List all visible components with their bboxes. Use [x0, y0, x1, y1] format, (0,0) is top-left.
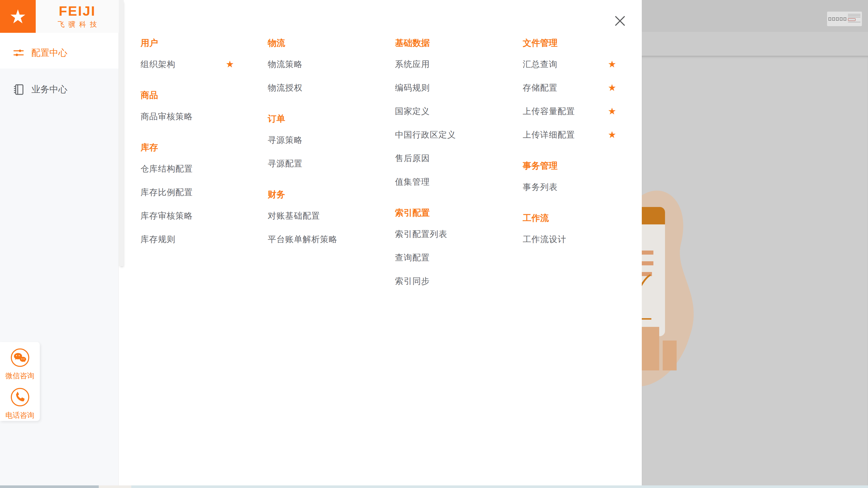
menu-item-label: 索引同步 [395, 275, 430, 287]
menu-section-title: 事务管理 [523, 160, 621, 171]
sidebar: ★ FEIJI 飞骥科技 配置中心业务中心 微信咨询 [0, 0, 119, 488]
background-mini-toolbar [827, 11, 862, 26]
menu-item-label: 售后原因 [395, 153, 430, 164]
menu-item[interactable]: 索引配置列表 [395, 228, 489, 240]
brand-logo: ★ FEIJI 飞骥科技 [0, 0, 119, 33]
wechat-icon [10, 348, 30, 367]
phone-icon [10, 387, 30, 407]
menu-section-title: 用户 [141, 37, 239, 49]
menu-section-title: 文件管理 [523, 37, 621, 49]
menu-section: 订单寻源策略寻源配置 [268, 113, 367, 169]
menu-item[interactable]: 库存规则 [141, 233, 234, 245]
menu-item[interactable]: 汇总查询★ [523, 58, 616, 70]
menu-section-title: 索引配置 [395, 207, 494, 219]
menu-section: 工作流工作流设计 [523, 212, 621, 245]
menu-item[interactable]: 上传详细配置★ [523, 129, 616, 140]
sidebar-item-sliders[interactable]: 配置中心 [0, 41, 119, 65]
logo-star-icon: ★ [0, 0, 36, 33]
menu-item[interactable]: 中国行政区定义 [395, 129, 489, 140]
menu-section: 财务对账基础配置平台账单解析策略 [268, 189, 367, 245]
menu-item-label: 库存审核策略 [141, 210, 193, 222]
menu-item[interactable]: 组织架构★ [141, 58, 234, 70]
menu-item[interactable]: 库存审核策略 [141, 210, 234, 222]
menu-section: 用户组织架构★ [141, 37, 239, 70]
menu-item[interactable]: 工作流设计 [523, 233, 616, 245]
mega-menu-panel: 用户组织架构★商品商品审核策略库存仓库结构配置库存比例配置库存审核策略库存规则物… [119, 0, 642, 488]
menu-item[interactable]: 平台账单解析策略 [268, 233, 361, 245]
menu-section-title: 商品 [141, 89, 239, 101]
menu-item[interactable]: 编码规则 [395, 82, 489, 94]
menu-item[interactable]: 商品审核策略 [141, 110, 234, 122]
menu-section: 基础数据系统应用编码规则国家定义中国行政区定义售后原因值集管理 [395, 37, 494, 188]
menu-item[interactable]: 对账基础配置 [268, 210, 361, 222]
menu-item-label: 查询配置 [395, 252, 430, 263]
menu-item-label: 国家定义 [395, 105, 430, 117]
sidebar-item-label: 配置中心 [31, 47, 67, 59]
menu-item[interactable]: 寻源配置 [268, 158, 361, 169]
menu-item-label: 对账基础配置 [268, 210, 320, 222]
menu-item-label: 事务列表 [523, 181, 558, 193]
menu-item[interactable]: 索引同步 [395, 275, 489, 287]
menu-item-label: 物流授权 [268, 82, 303, 94]
sidebar-item-label: 业务中心 [31, 83, 67, 96]
menu-item-label: 中国行政区定义 [395, 129, 456, 140]
menu-item[interactable]: 存储配置★ [523, 82, 616, 94]
menu-section-title: 库存 [141, 142, 239, 153]
wechat-consult-button[interactable]: 微信咨询 [0, 348, 40, 381]
menu-item-label: 索引配置列表 [395, 228, 447, 240]
favorite-star-icon[interactable]: ★ [608, 83, 616, 92]
menu-item[interactable]: 仓库结构配置 [141, 163, 234, 174]
menu-item-label: 物流策略 [268, 58, 303, 70]
menu-item[interactable]: 物流策略 [268, 58, 361, 70]
menu-item[interactable]: 系统应用 [395, 58, 489, 70]
menu-item[interactable]: 寻源策略 [268, 134, 361, 146]
favorite-star-icon[interactable]: ★ [608, 130, 616, 139]
sidebar-item-notebook[interactable]: 业务中心 [0, 77, 119, 102]
favorite-star-icon[interactable]: ★ [608, 106, 616, 116]
menu-section: 商品商品审核策略 [141, 89, 239, 122]
menu-item[interactable]: 值集管理 [395, 176, 489, 188]
close-icon [614, 15, 626, 27]
dimmed-background-page [642, 0, 868, 488]
notebook-icon [13, 84, 24, 95]
menu-item-label: 汇总查询 [523, 58, 558, 70]
logo-wordmark: FEIJI [59, 4, 96, 18]
menu-item[interactable]: 售后原因 [395, 153, 489, 164]
menu-item[interactable]: 事务列表 [523, 181, 616, 193]
sidebar-lower-background [0, 68, 119, 488]
menu-section-title: 财务 [268, 189, 367, 200]
consult-card: 微信咨询 电话咨询 [0, 342, 40, 421]
menu-item-label: 组织架构 [141, 58, 176, 70]
menu-section: 事务管理事务列表 [523, 160, 621, 193]
menu-section-title: 订单 [268, 113, 367, 125]
menu-column: 文件管理汇总查询★存储配置★上传容量配置★上传详细配置★事务管理事务列表工作流工… [523, 37, 621, 245]
menu-item-label: 存储配置 [523, 82, 558, 94]
menu-item-label: 库存规则 [141, 233, 176, 245]
mini-toolbar-icons [829, 13, 846, 24]
menu-columns: 用户组织架构★商品商品审核策略库存仓库结构配置库存比例配置库存审核策略库存规则物… [119, 0, 642, 488]
menu-item-label: 上传容量配置 [523, 105, 575, 117]
scrollbar-thumb[interactable] [0, 485, 99, 488]
menu-item-label: 寻源策略 [268, 134, 303, 146]
menu-item-label: 库存比例配置 [141, 186, 193, 198]
menu-item-label: 仓库结构配置 [141, 163, 193, 174]
mini-toolbar-menu [848, 13, 861, 24]
phone-consult-button[interactable]: 电话咨询 [0, 387, 40, 420]
mini-toolbar-red-button [848, 18, 856, 21]
menu-item[interactable]: 上传容量配置★ [523, 105, 616, 117]
menu-section: 文件管理汇总查询★存储配置★上传容量配置★上传详细配置★ [523, 37, 621, 140]
close-button[interactable] [612, 13, 628, 29]
menu-item-label: 上传详细配置 [523, 129, 575, 140]
logo-text-block: FEIJI 飞骥科技 [36, 0, 119, 33]
menu-item[interactable]: 查询配置 [395, 252, 489, 263]
menu-item-label: 商品审核策略 [141, 110, 193, 122]
menu-item[interactable]: 库存比例配置 [141, 186, 234, 198]
menu-item-label: 工作流设计 [523, 233, 566, 245]
menu-item[interactable]: 国家定义 [395, 105, 489, 117]
menu-item-label: 编码规则 [395, 82, 430, 94]
favorite-star-icon[interactable]: ★ [226, 60, 234, 69]
favorite-star-icon[interactable]: ★ [608, 60, 616, 69]
sliders-icon [13, 47, 24, 59]
phone-consult-label: 电话咨询 [0, 411, 40, 420]
menu-item[interactable]: 物流授权 [268, 82, 361, 94]
